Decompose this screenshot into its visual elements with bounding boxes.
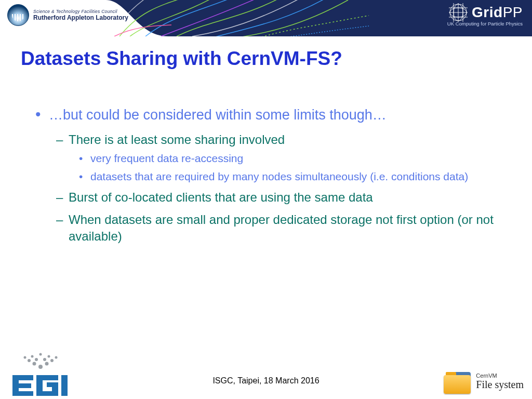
svg-point-12 bbox=[28, 359, 31, 362]
ral-logo-icon bbox=[7, 4, 29, 26]
bullet-text: …but could be considered within some lim… bbox=[49, 107, 387, 123]
bullet-level2: When datasets are small and proper dedic… bbox=[55, 211, 511, 245]
bullet-text: datasets that are required by many nodes… bbox=[90, 170, 468, 182]
slide-body: …but could be considered within some lim… bbox=[21, 106, 511, 245]
gridpp-name: GridPP bbox=[472, 4, 523, 21]
slide-title: Datasets Sharing with CernVM-FS? bbox=[21, 48, 511, 70]
bullet-text: There is at least some sharing involved bbox=[69, 132, 285, 147]
filesystem-text: File system bbox=[476, 379, 524, 391]
svg-point-10 bbox=[33, 362, 36, 366]
slide-footer: ISGC, Taipei, 18 March 2016 CernVM File … bbox=[0, 342, 532, 399]
bullet-text: very frequent data re-accessing bbox=[90, 152, 243, 164]
gridpp-globe-icon bbox=[449, 3, 468, 22]
ral-lab-text: Rutherford Appleton Laboratory bbox=[33, 14, 128, 21]
cernvm-text: CernVM bbox=[476, 373, 524, 379]
bullet-text: Burst of co-located clients that are usi… bbox=[69, 190, 373, 204]
bullet-level1: …but could be considered within some lim… bbox=[33, 106, 511, 245]
svg-point-14 bbox=[24, 356, 26, 359]
bullet-level2: There is at least some sharing involved … bbox=[55, 131, 511, 184]
ral-logo-block: Science & Technology Facilities Council … bbox=[7, 4, 128, 26]
bullet-level3: datasets that are required by many nodes… bbox=[79, 169, 511, 184]
svg-point-11 bbox=[45, 362, 49, 366]
svg-point-15 bbox=[55, 356, 58, 359]
slide-header: Science & Technology Facilities Council … bbox=[0, 0, 532, 36]
bullet-level3: very frequent data re-accessing bbox=[79, 151, 511, 166]
bullet-level2: Burst of co-located clients that are usi… bbox=[55, 189, 511, 206]
gridpp-name-thin: PP bbox=[503, 4, 523, 20]
gridpp-subtitle: UK Computing for Particle Physics bbox=[447, 21, 523, 26]
svg-point-16 bbox=[31, 355, 34, 358]
cernvm-fs-logo: CernVM File system bbox=[444, 369, 524, 394]
ral-council-text: Science & Technology Facilities Council bbox=[33, 9, 128, 14]
slide-content: Datasets Sharing with CernVM-FS? …but co… bbox=[0, 36, 532, 245]
svg-point-17 bbox=[48, 355, 50, 358]
svg-point-20 bbox=[43, 358, 46, 361]
svg-point-9 bbox=[38, 365, 43, 369]
bullet-text: When datasets are small and proper dedic… bbox=[69, 212, 494, 243]
svg-point-13 bbox=[50, 359, 54, 362]
particle-tracks-decoration bbox=[99, 0, 369, 36]
svg-point-19 bbox=[35, 358, 38, 361]
egi-logo bbox=[9, 349, 77, 398]
folder-icon bbox=[444, 369, 473, 394]
gridpp-name-bold: Grid bbox=[472, 4, 503, 20]
svg-point-18 bbox=[39, 353, 42, 356]
gridpp-logo-block: GridPP UK Computing for Particle Physics bbox=[447, 3, 523, 26]
